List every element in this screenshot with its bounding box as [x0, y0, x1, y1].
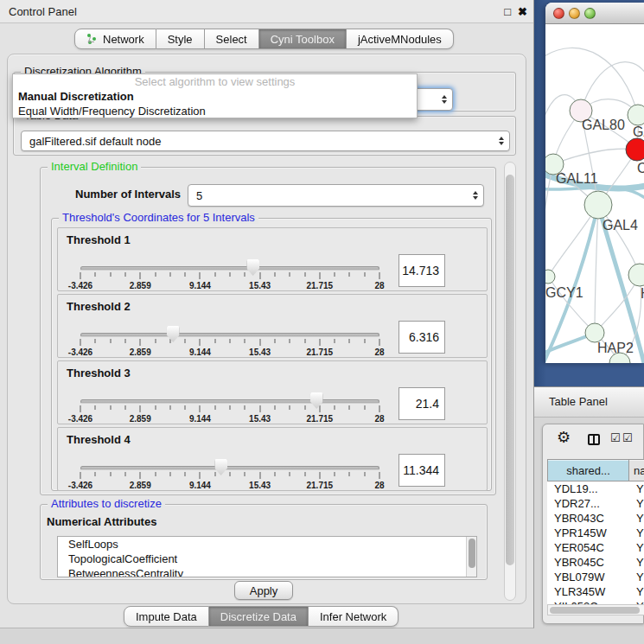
slider-tick — [379, 405, 380, 412]
attribute-item-selfloops[interactable]: SelfLoops — [58, 537, 476, 552]
apply-button[interactable]: Apply — [234, 581, 293, 600]
slider-tick — [155, 472, 156, 476]
table-row[interactable]: YBR045CYBR0 — [547, 555, 644, 570]
table-horizontal-scrollbar-thumb[interactable] — [550, 607, 640, 614]
slider-thumb[interactable] — [246, 259, 259, 276]
slider-thumb[interactable] — [310, 392, 323, 409]
gear-icon[interactable]: ⚙ — [557, 428, 571, 447]
tab-jactivemnodules[interactable]: jActiveMNodules — [347, 29, 454, 49]
table-horizontal-scrollbar[interactable] — [547, 604, 644, 615]
network-window-titlebar[interactable] — [545, 3, 644, 24]
tab-label: Style — [168, 33, 193, 46]
threshold-value-field[interactable]: 6.316 — [399, 321, 445, 354]
popup-item-equal-width-frequency-discretization[interactable]: Equal Width/Frequency Discretization — [13, 104, 417, 118]
interval-definition-group-title: Interval Definition — [48, 160, 141, 173]
table-body[interactable]: YDL19...YDL1YDR27...YDR2YBR043CYBR0YPR14… — [547, 481, 644, 604]
table-row[interactable]: YDL19...YDL1 — [547, 481, 644, 496]
threshold-slider[interactable]: -3.4262.8599.14415.4321.71528 — [80, 259, 379, 290]
slider-tick — [80, 472, 81, 479]
slider-tick — [364, 405, 365, 410]
table-row[interactable]: YBR043CYBR0 — [547, 511, 644, 526]
slider-tick — [140, 405, 141, 412]
slider-thumb[interactable] — [167, 326, 180, 342]
slider-tick — [364, 339, 365, 343]
content-scrollbar[interactable] — [504, 162, 516, 601]
tab-select[interactable]: Select — [205, 29, 259, 49]
cell-name: YBR0 — [636, 511, 644, 526]
threshold-value-field[interactable]: 11.344 — [399, 454, 445, 487]
close-window-icon[interactable]: ✖ — [518, 0, 527, 23]
slider-track[interactable] — [80, 466, 379, 470]
table-row[interactable]: YER054CYER0 — [547, 540, 644, 555]
float-window-icon[interactable]: □ — [504, 0, 511, 23]
slider-tick-label: 2.859 — [130, 281, 151, 290]
threshold-box: Threshold 3-3.4262.8599.14415.4321.71528… — [57, 360, 488, 424]
table-row[interactable]: YBL079WYBL0 — [547, 570, 644, 584]
slider-tick — [274, 272, 275, 277]
table-row[interactable]: YDR27...YDR2 — [547, 496, 644, 511]
checkbox-icon[interactable]: ☑ — [610, 431, 621, 444]
attributes-list-scrollbar[interactable] — [466, 537, 476, 577]
network-node-hap2[interactable] — [585, 323, 604, 342]
network-canvas[interactable]: GAL80GACGAL11GAL4GCY1HHAP2 — [545, 24, 644, 363]
network-node-ga[interactable] — [628, 105, 644, 125]
tab-label: jActiveMNodules — [358, 33, 442, 46]
column-header-name[interactable]: na — [629, 459, 644, 481]
cell-name: YPR1 — [636, 526, 644, 540]
slider-tick-label: 15.43 — [249, 348, 271, 357]
network-node-gal4[interactable] — [584, 191, 612, 219]
network-node-h[interactable] — [628, 264, 644, 286]
tab-impute-data[interactable]: Impute Data — [124, 606, 209, 627]
threshold-value-field[interactable]: 21.4 — [399, 387, 445, 420]
threshold-slider[interactable]: -3.4262.8599.14415.4321.71528 — [80, 459, 379, 490]
combo-stepper-icon — [499, 137, 504, 145]
network-node-label: HAP2 — [597, 341, 634, 356]
slider-track[interactable] — [80, 399, 379, 404]
minimize-traffic-light-icon[interactable] — [569, 8, 580, 19]
checkbox-icon[interactable]: ☑ — [622, 431, 633, 444]
attribute-item-betweennesscentrality[interactable]: BetweennessCentrality — [58, 566, 476, 577]
slider-tick-label: 28 — [374, 414, 384, 424]
slider-track[interactable] — [80, 333, 379, 337]
attribute-item-topologicalcoefficient[interactable]: TopologicalCoefficient — [58, 552, 476, 566]
control-panel: Control Panel □ ✖ NetworkStyleSelectCyni… — [0, 0, 534, 628]
tab-network[interactable]: Network — [74, 29, 156, 49]
table-row[interactable]: YLR345WYLR3 — [547, 584, 644, 599]
threshold-value-field[interactable]: 14.713 — [399, 254, 445, 287]
table-panel-title: Table Panel — [549, 387, 608, 417]
network-node-c[interactable] — [626, 138, 644, 161]
slider-tick — [169, 405, 170, 410]
slider-tick — [379, 272, 380, 279]
slider-thumb[interactable] — [214, 459, 227, 475]
threshold-slider[interactable]: -3.4262.8599.14415.4321.71528 — [80, 326, 379, 357]
network-node-gcy1[interactable] — [545, 270, 555, 284]
column-header-shared-name[interactable]: shared... — [547, 459, 629, 481]
close-traffic-light-icon[interactable] — [553, 8, 564, 19]
network-node-label: H — [641, 286, 644, 302]
popup-item-select-algorithm-to-view-settings[interactable]: Select algorithm to view settings — [13, 74, 417, 89]
slider-tick — [185, 472, 186, 476]
number-of-intervals-combobox[interactable]: 5 — [188, 184, 484, 207]
slider-tick-label: 9.144 — [189, 481, 211, 490]
popup-item-manual-discretization[interactable]: Manual Discretization — [13, 89, 417, 104]
table-row[interactable]: YPR145WYPR1 — [547, 526, 644, 540]
zoom-traffic-light-icon[interactable] — [584, 8, 596, 19]
table-data-group: Table Data galFiltered.sif default node — [13, 116, 516, 156]
network-node-label: GAL4 — [603, 218, 638, 233]
threshold-slider[interactable]: -3.4262.8599.14415.4321.71528 — [80, 392, 379, 424]
tab-style[interactable]: Style — [156, 29, 205, 49]
slider-tick — [379, 472, 380, 479]
table-data-combobox[interactable]: galFiltered.sif default node — [21, 131, 510, 151]
numerical-attributes-list[interactable]: SelfLoopsTopologicalCoefficientBetweenne… — [57, 536, 477, 577]
tab-cyni-toolbox[interactable]: Cyni Toolbox — [259, 29, 347, 49]
columns-icon[interactable] — [588, 434, 600, 445]
content-scrollbar-thumb[interactable] — [506, 175, 514, 565]
slider-track[interactable] — [80, 266, 379, 271]
slider-tick — [259, 339, 260, 346]
attributes-list-scrollbar-thumb[interactable] — [469, 539, 475, 568]
tab-discretize-data[interactable]: Discretize Data — [209, 606, 309, 627]
threshold-label: Threshold 4 — [67, 433, 131, 446]
tab-infer-network[interactable]: Infer Network — [309, 606, 399, 627]
slider-tick — [290, 405, 290, 410]
slider-tick — [140, 339, 141, 346]
